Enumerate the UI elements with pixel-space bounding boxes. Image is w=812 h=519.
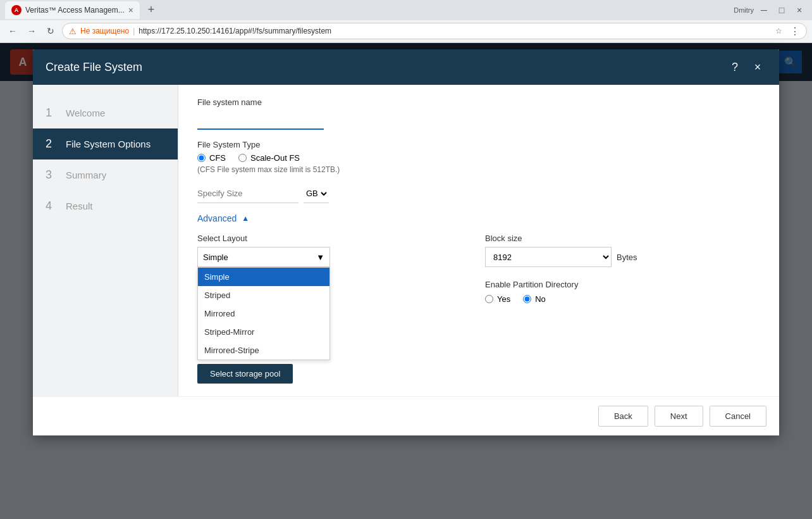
layout-dropdown-trigger[interactable]: Simple ▼	[197, 247, 330, 267]
step-4-number: 4	[46, 199, 58, 213]
security-warning-text: Не защищено	[80, 27, 129, 35]
step-1-label: Welcome	[66, 108, 105, 118]
filesystem-name-input[interactable]	[197, 111, 324, 130]
advanced-chevron-icon: ▲	[242, 214, 249, 223]
layout-dropdown[interactable]: Simple ▼ Simple Striped Mirrored Striped…	[197, 247, 330, 267]
new-tab-button[interactable]: +	[142, 1, 160, 19]
security-warning-icon: ⚠	[69, 27, 77, 36]
cfs-label: CFS	[209, 153, 226, 163]
step-4-result[interactable]: 4 Result	[33, 191, 178, 222]
step-1-welcome[interactable]: 1 Welcome	[33, 97, 178, 128]
specify-size-row: GB TB MB	[197, 184, 760, 203]
bookmark-icon[interactable]: ☆	[775, 27, 782, 35]
user-label: Dmitry	[734, 6, 754, 14]
advanced-grid: Select Layout Simple ▼ Simple Striped Mi…	[197, 234, 760, 304]
step-3-summary[interactable]: 3 Summary	[33, 159, 178, 191]
browser-bar: A Veritas™ Access Managem... × + Dmitry …	[0, 0, 812, 43]
step-3-label: Summary	[66, 170, 106, 180]
layout-dropdown-menu: Simple Striped Mirrored Striped-Mirror M…	[197, 267, 330, 360]
step-4-label: Result	[66, 201, 93, 211]
layout-selected-value: Simple	[203, 253, 228, 262]
url-text: https://172.25.10.250:14161/app#!/fs/sum…	[138, 27, 331, 35]
select-pool-button[interactable]: Select storage pool	[197, 364, 293, 384]
create-filesystem-modal: Create File System ? × 1 Welcome 2 File …	[33, 49, 779, 435]
layout-option-striped[interactable]: Striped	[198, 286, 329, 304]
modal-body: 1 Welcome 2 File System Options 3 Summar…	[33, 85, 779, 396]
modal-close-icon[interactable]: ×	[749, 58, 766, 76]
layout-section: Select Layout Simple ▼ Simple Striped Mi…	[197, 234, 472, 294]
minimize-button[interactable]: ─	[756, 3, 772, 18]
filesystem-type-radio-group: CFS Scale-Out FS	[197, 153, 760, 163]
no-label: No	[535, 294, 546, 304]
address-bar[interactable]: ⚠ Не защищено | https://172.25.10.250:14…	[62, 23, 807, 39]
filesystem-name-group: File system name	[197, 97, 760, 130]
layout-option-mirrored-stripe[interactable]: Mirrored-Stripe	[198, 341, 329, 360]
close-tab-icon[interactable]: ×	[128, 5, 133, 15]
scale-out-label: Scale-Out FS	[250, 153, 300, 163]
filesystem-name-label: File system name	[197, 97, 760, 107]
steps-sidebar: 1 Welcome 2 File System Options 3 Summar…	[33, 85, 178, 396]
step-2-filesystem-options[interactable]: 2 File System Options	[33, 128, 178, 159]
modal-title: Create File System	[46, 61, 721, 74]
scale-out-radio[interactable]	[238, 154, 247, 162]
partition-yes-radio[interactable]	[485, 295, 493, 303]
cancel-button[interactable]: Cancel	[710, 406, 766, 427]
specify-size-input[interactable]	[197, 184, 298, 203]
right-section: Block size 8192 4096 16384 Bytes	[485, 234, 760, 304]
partition-label: Enable Partition Directory	[485, 280, 760, 289]
reload-button[interactable]: ↻	[43, 23, 58, 39]
block-size-unit: Bytes	[617, 253, 637, 262]
modal-help-icon[interactable]: ?	[726, 58, 744, 76]
select-layout-label: Select Layout	[197, 234, 472, 243]
scale-out-radio-label[interactable]: Scale-Out FS	[238, 153, 300, 163]
block-size-section: Block size 8192 4096 16384 Bytes	[485, 234, 760, 267]
browser-tab-row: A Veritas™ Access Managem... × + Dmitry …	[0, 0, 812, 20]
partition-section: Enable Partition Directory Yes No	[485, 280, 760, 304]
filesystem-type-label: File System Type	[197, 140, 760, 149]
step-2-number: 2	[46, 137, 58, 151]
menu-icon[interactable]: ⋮	[790, 25, 800, 37]
back-nav-button[interactable]: ←	[5, 23, 20, 39]
size-unit-select[interactable]: GB TB MB	[304, 184, 329, 203]
partition-yes-label[interactable]: Yes	[485, 294, 510, 304]
step-1-number: 1	[46, 106, 58, 120]
maximize-button[interactable]: □	[774, 3, 789, 18]
browser-tab[interactable]: A Veritas™ Access Managem... ×	[5, 1, 140, 19]
partition-no-radio[interactable]	[523, 295, 531, 303]
partition-no-label[interactable]: No	[523, 294, 546, 304]
next-button[interactable]: Next	[655, 406, 703, 427]
block-size-row: 8192 4096 16384 Bytes	[485, 247, 760, 267]
advanced-header[interactable]: Advanced ▲	[197, 213, 760, 223]
partition-radio-group: Yes No	[485, 294, 760, 304]
block-size-select[interactable]: 8192 4096 16384	[485, 247, 612, 267]
filesystem-type-group: File System Type CFS Scale-Out FS (CFS F…	[197, 140, 760, 174]
cfs-hint: (CFS File system max size limit is 512TB…	[197, 165, 760, 174]
back-button[interactable]: Back	[598, 406, 648, 427]
cfs-radio-label[interactable]: CFS	[197, 153, 226, 163]
yes-label: Yes	[497, 294, 510, 304]
modal-footer: Back Next Cancel	[33, 396, 779, 435]
modal-overlay: Create File System ? × 1 Welcome 2 File …	[0, 43, 812, 519]
browser-nav-row: ← → ↻ ⚠ Не защищено | https://172.25.10.…	[0, 20, 812, 42]
layout-option-simple[interactable]: Simple	[198, 268, 329, 286]
content-area: File system name File System Type CFS Sc…	[178, 85, 779, 396]
advanced-label: Advanced	[197, 213, 237, 223]
layout-option-striped-mirror[interactable]: Striped-Mirror	[198, 323, 329, 341]
forward-nav-button[interactable]: →	[24, 23, 39, 39]
tab-favicon: A	[11, 5, 22, 15]
step-2-label: File System Options	[66, 139, 151, 149]
cfs-radio[interactable]	[197, 154, 206, 162]
layout-option-mirrored[interactable]: Mirrored	[198, 304, 329, 323]
separator: |	[133, 27, 135, 35]
tab-label: Veritas™ Access Managem...	[25, 6, 125, 15]
dropdown-chevron-icon: ▼	[316, 253, 324, 262]
modal-header: Create File System ? ×	[33, 49, 779, 85]
window-close-button[interactable]: ×	[792, 3, 807, 18]
block-size-label: Block size	[485, 234, 760, 243]
step-3-number: 3	[46, 168, 58, 182]
